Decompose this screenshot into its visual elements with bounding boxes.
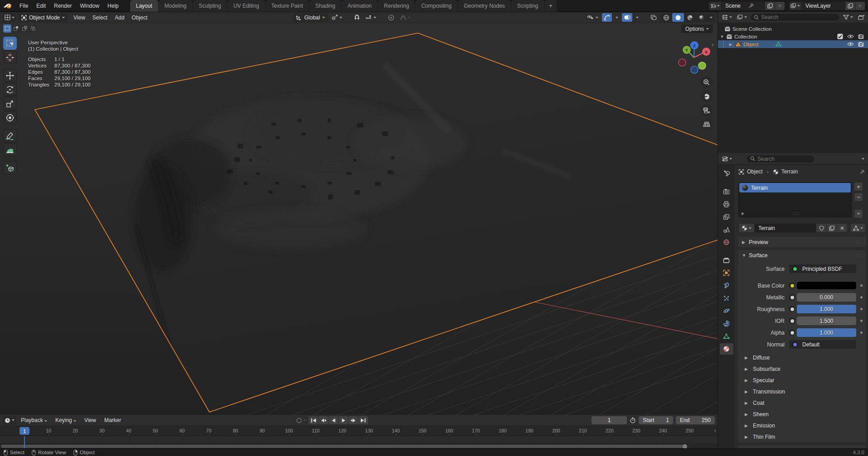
modifiers-tab[interactable] [720, 280, 733, 291]
base-color-swatch[interactable] [797, 282, 856, 289]
playback-menu[interactable]: Playback [17, 417, 51, 423]
tool-cursor[interactable] [3, 51, 17, 64]
outliner-row-object[interactable]: ▶ Object [718, 40, 868, 48]
decorator-dot[interactable] [860, 284, 863, 287]
navigation-gizmo[interactable]: Z Y X [676, 39, 712, 75]
outliner-filter-button[interactable] [841, 13, 855, 22]
start-frame-field[interactable]: Start1 [639, 416, 673, 424]
viewlayer-name-field[interactable]: ViewLayer [802, 1, 845, 10]
proportional-falloff-selector[interactable] [398, 13, 412, 22]
slot-list-grip[interactable]: :::: [793, 211, 800, 216]
fake-user-button[interactable] [816, 223, 827, 233]
disable-render-camera-icon[interactable] [858, 42, 864, 47]
new-material-button[interactable] [827, 223, 837, 233]
surface-subpanel[interactable]: ▶Coat [738, 397, 866, 408]
current-frame-field[interactable]: 1 [592, 416, 627, 424]
select-mode-new-button[interactable] [3, 24, 11, 33]
material-slot-item[interactable]: Terrain [739, 183, 851, 192]
viewlayer-delete-button[interactable]: ✕ [855, 1, 865, 10]
toggle-ortho-button[interactable] [700, 118, 713, 130]
shading-dropdown[interactable] [708, 13, 715, 22]
current-frame-badge[interactable]: 1 [19, 427, 29, 435]
workspace-tab[interactable]: Sculpting [193, 0, 227, 12]
end-frame-field[interactable]: End250 [676, 416, 715, 424]
play-button[interactable] [339, 416, 348, 424]
marker-menu[interactable]: Marker [101, 417, 125, 423]
surface-shader-selector[interactable]: Principled BSDF [789, 264, 856, 273]
play-reverse-button[interactable] [329, 416, 338, 424]
options-button[interactable]: Options [681, 24, 713, 33]
add-material-slot-button[interactable]: + [854, 182, 863, 191]
surface-subpanel[interactable]: ▶Emission [738, 420, 866, 431]
menubar-item[interactable]: Edit [32, 0, 50, 12]
xray-toggle-button[interactable] [649, 13, 659, 22]
new-collection-button[interactable] [856, 13, 866, 22]
workspace-tab[interactable]: Modeling [159, 0, 193, 12]
viewlayer-new-button[interactable] [845, 1, 855, 10]
tool-add-cube[interactable] [3, 161, 17, 174]
viewport-3d[interactable]: Options User Perspective (1) Collection … [0, 23, 718, 415]
physics-tab[interactable] [720, 305, 733, 317]
surface-subpanel[interactable]: ▶Thin Film [738, 431, 866, 442]
unlink-material-button[interactable]: ✕ [837, 223, 848, 233]
preview-panel[interactable]: ▶Preview:::: [738, 237, 866, 247]
select-mode-subtract-button[interactable] [20, 24, 29, 33]
menubar-item[interactable]: Help [103, 0, 123, 12]
stopwatch-icon[interactable] [630, 417, 636, 423]
object-tab[interactable] [720, 267, 733, 278]
viewport-menu-item[interactable]: View [70, 14, 89, 21]
surface-subpanel[interactable]: ▶Sheen [738, 408, 866, 420]
tool-move[interactable] [3, 69, 17, 82]
surface-subpanel[interactable]: ▶Diffuse [738, 352, 866, 363]
decorator-dot[interactable] [860, 296, 863, 298]
material-slot-list[interactable]: Terrain ▶ :::: [738, 182, 852, 217]
material-tab[interactable] [720, 343, 733, 355]
shading-wireframe-button[interactable] [660, 13, 672, 22]
menubar-item[interactable]: File [15, 0, 32, 12]
keying-menu[interactable]: Keying [52, 417, 80, 423]
collapse-chevron-icon[interactable]: ▼ [720, 34, 724, 39]
normal-selector[interactable]: Default [789, 340, 856, 349]
material-specials-menu[interactable] [854, 209, 863, 218]
timeline-tracks[interactable] [0, 436, 718, 444]
viewport-menu-item[interactable]: Select [89, 14, 111, 21]
gizmo-dropdown[interactable] [614, 13, 620, 22]
decorator-dot[interactable] [860, 331, 863, 334]
gizmo-neg-z-axis[interactable] [691, 66, 698, 73]
node-tree-button[interactable] [850, 223, 866, 233]
workspace-tab[interactable]: Scripting [511, 0, 544, 12]
exclude-checkbox[interactable] [837, 34, 843, 39]
menubar-item[interactable]: Render [50, 0, 76, 12]
data-tab[interactable] [720, 331, 733, 342]
remove-material-slot-button[interactable]: − [854, 192, 863, 202]
menubar-item[interactable]: Window [76, 0, 103, 12]
scrollbar-knob[interactable] [683, 444, 687, 449]
pin-icon[interactable] [749, 3, 754, 8]
tool-select-box[interactable] [3, 37, 17, 50]
select-mode-extend-button[interactable] [12, 24, 20, 33]
workspace-tab[interactable]: Animation [342, 0, 378, 12]
workspace-tab[interactable]: Texture Paint [266, 0, 309, 12]
blender-logo-icon[interactable] [0, 3, 15, 9]
jump-to-start-button[interactable] [309, 416, 318, 424]
decorator-dot[interactable] [860, 308, 863, 310]
tool-transform[interactable] [3, 111, 17, 124]
proportional-editing-button[interactable] [386, 13, 396, 22]
next-keyframe-button[interactable] [349, 416, 358, 424]
tool-scale[interactable] [3, 97, 17, 110]
sidebar-collapse-arrow[interactable]: ‹ [712, 41, 713, 48]
timeline-scrollbar[interactable] [0, 444, 718, 448]
tool-annotate[interactable] [3, 129, 17, 142]
output-tab[interactable] [720, 198, 733, 210]
tool-rotate[interactable] [3, 83, 17, 96]
mode-selector[interactable]: Object Mode [18, 13, 68, 22]
outliner-display-mode-selector[interactable] [720, 13, 734, 22]
constraints-tab[interactable] [720, 318, 733, 329]
pivot-point-selector[interactable] [330, 13, 344, 22]
slot-expand-arrow[interactable]: ▶ [742, 211, 744, 216]
outliner-row-scene-collection[interactable]: Scene Collection [718, 25, 868, 33]
viewport-menu-item[interactable]: Object [128, 14, 151, 21]
workspace-tab[interactable]: UV Editing [228, 0, 265, 12]
decorator-dot[interactable] [860, 320, 863, 322]
surface-subpanel[interactable]: ▶Specular [738, 374, 866, 386]
